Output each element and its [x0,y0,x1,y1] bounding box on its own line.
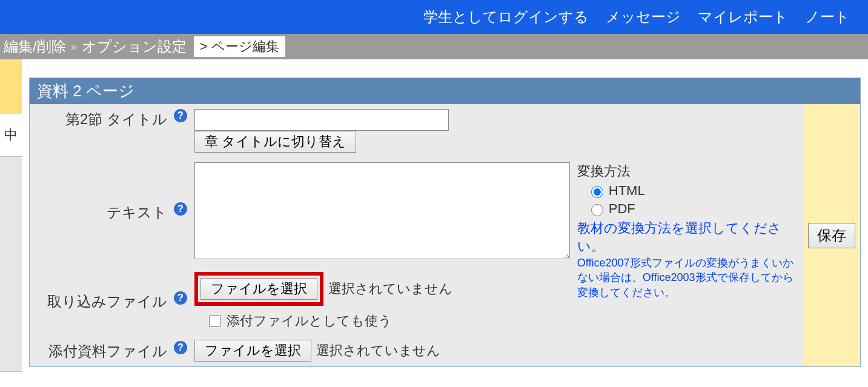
switch-to-chapter-button[interactable]: 章 タイトルに切り替え [194,131,356,153]
breadcrumb-current: > ページ編集 [194,36,285,57]
label-attachment-file: 添付資料ファイル [48,343,167,359]
help-icon[interactable]: ? [174,291,187,305]
help-icon[interactable]: ? [174,109,187,122]
breadcrumb-current-prefix: > [200,39,208,54]
import-file-status: 選択されていません [328,280,452,298]
gutter-yellow [0,59,22,114]
nav-login-as-student[interactable]: 学生としてログインする [423,7,589,27]
conversion-method-label: 変換方法 [577,162,800,180]
breadcrumb: 編集/削除 » オプション設定 > ページ編集 [0,34,868,59]
label-section-title: 第2節 タイトル [65,111,167,127]
section-title-input[interactable] [194,109,449,131]
form-table: 第2節 タイトル ? 章 タイトルに切り替え テキスト [30,104,804,366]
use-as-attachment-checkbox[interactable] [209,315,221,327]
breadcrumb-current-label: ページ編集 [211,39,279,54]
conversion-column: 変換方法 HTML PDF 教材の変換方法を選択してください。 Office20… [574,157,804,366]
text-input[interactable] [194,162,570,259]
attachment-file-status: 選択されていません [316,342,440,360]
save-column: 保存 [804,104,860,366]
breadcrumb-sep-1: » [70,41,78,53]
radio-html-label: HTML [609,183,645,199]
panel-title: 資料 2 ページ [30,78,860,104]
radio-pdf-label: PDF [609,201,635,217]
breadcrumb-edit-delete[interactable]: 編集/削除 [0,37,70,56]
radio-html[interactable] [591,186,603,198]
gutter-status: 中 [0,114,22,156]
conversion-note: Office2007形式ファイルの変換がうまくいかない場合は、Office200… [577,256,800,300]
nav-notes[interactable]: ノート [805,7,850,27]
breadcrumb-option-settings[interactable]: オプション設定 [78,37,190,56]
top-nav-bar: 学生としてログインする メッセージ マイレポート ノート [0,0,868,34]
nav-messages[interactable]: メッセージ [606,7,681,27]
gutter-gray [0,156,22,372]
help-icon[interactable]: ? [174,202,187,216]
help-icon[interactable]: ? [174,341,187,354]
import-file-highlight: ファイルを選択 [194,272,323,306]
import-file-choose-button[interactable]: ファイルを選択 [200,278,317,300]
material-panel: 資料 2 ページ 第2節 タイトル ? 章 タイトルに切り替え [29,78,861,367]
save-button[interactable]: 保存 [808,223,855,248]
use-as-attachment-label: 添付ファイルとしても使う [227,312,392,330]
nav-my-report[interactable]: マイレポート [698,7,788,27]
conversion-help-link[interactable]: 教材の変換方法を選択してください。 [577,220,781,254]
label-text: テキスト [107,204,167,220]
attachment-file-choose-button[interactable]: ファイルを選択 [194,340,311,362]
label-import-file: 取り込みファイル [47,293,167,309]
radio-pdf[interactable] [591,204,603,216]
left-gutter: 中 [0,59,22,372]
